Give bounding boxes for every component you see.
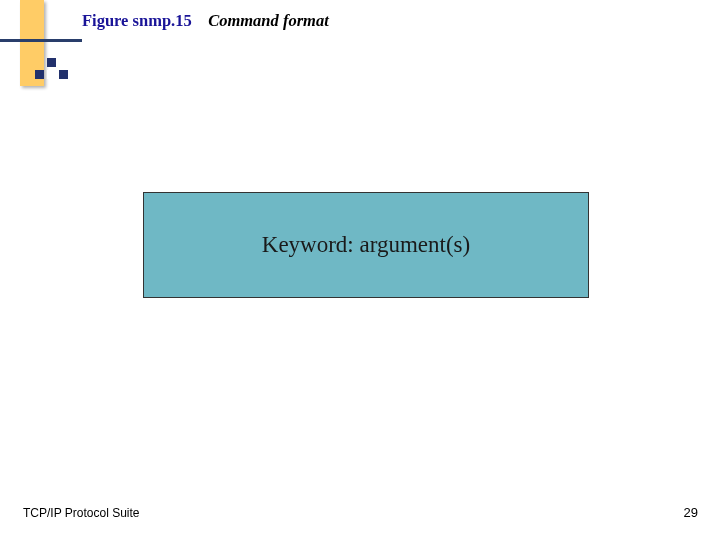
figure-description: Command format <box>208 11 329 30</box>
motif-square <box>59 70 68 79</box>
motif-horizontal-line <box>0 39 82 42</box>
slide: Figure snmp.15 Command format Keyword: a… <box>0 0 720 540</box>
figure-label: Figure snmp.15 <box>82 11 192 30</box>
motif-vertical-stripe <box>20 0 44 86</box>
motif-square-row-2 <box>35 70 71 88</box>
command-format-box: Keyword: argument(s) <box>143 192 589 298</box>
motif-square <box>47 58 56 67</box>
page-number: 29 <box>684 505 698 520</box>
command-format-text: Keyword: argument(s) <box>262 232 470 258</box>
slide-title: Figure snmp.15 Command format <box>82 11 329 31</box>
motif-square <box>47 70 56 79</box>
motif-square-row-1 <box>47 58 59 76</box>
motif-square <box>35 70 44 79</box>
footer-source: TCP/IP Protocol Suite <box>23 506 140 520</box>
